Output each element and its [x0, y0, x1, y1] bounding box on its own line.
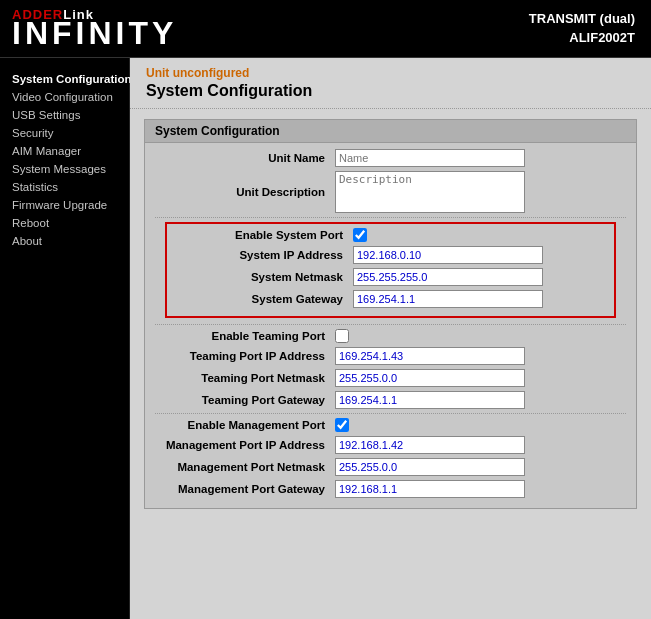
sidebar-item-statistics[interactable]: Statistics [12, 178, 129, 196]
management-gateway-row: Management Port Gateway [155, 480, 626, 498]
teaming-gateway-row: Teaming Port Gateway [155, 391, 626, 409]
management-ip-row: Management Port IP Address [155, 436, 626, 454]
sidebar-item-firmware-upgrade[interactable]: Firmware Upgrade [12, 196, 129, 214]
form-section-title: System Configuration [145, 120, 636, 143]
system-ip-input[interactable] [353, 246, 543, 264]
page-title: System Configuration [146, 82, 635, 100]
management-netmask-row: Management Port Netmask [155, 458, 626, 476]
teaming-ip-input[interactable] [335, 347, 525, 365]
divider-2 [155, 324, 626, 325]
sidebar: System Configuration Video Configuration… [0, 58, 130, 619]
enable-system-port-row: Enable System Port [173, 228, 608, 242]
management-ip-input[interactable] [335, 436, 525, 454]
divider-3 [155, 413, 626, 414]
management-netmask-label: Management Port Netmask [155, 461, 335, 473]
enable-system-port-label: Enable System Port [173, 229, 353, 241]
teaming-ip-row: Teaming Port IP Address [155, 347, 626, 365]
unit-name-label: Unit Name [155, 152, 335, 164]
system-config-form-section: System Configuration Unit Name Unit Desc… [144, 119, 637, 509]
sidebar-item-usb-settings[interactable]: USB Settings [12, 106, 129, 124]
infinity-logo: INFINITY [12, 17, 177, 49]
enable-teaming-row: Enable Teaming Port [155, 329, 626, 343]
logo: ADDERLink INFINITY [12, 8, 177, 49]
management-ip-label: Management Port IP Address [155, 439, 335, 451]
system-port-highlight-box: Enable System Port System IP Address Sys… [165, 222, 616, 318]
sidebar-item-system-messages[interactable]: System Messages [12, 160, 129, 178]
form-body: Unit Name Unit Description Enable System… [145, 143, 636, 508]
sidebar-item-aim-manager[interactable]: AIM Manager [12, 142, 129, 160]
unit-description-row: Unit Description [155, 171, 626, 213]
device-info: TRANSMIT (dual) ALIF2002T [529, 10, 635, 46]
content-area: Unit unconfigured System Configuration S… [130, 58, 651, 619]
system-netmask-row: System Netmask [173, 268, 608, 286]
system-netmask-input[interactable] [353, 268, 543, 286]
sidebar-item-security[interactable]: Security [12, 124, 129, 142]
system-ip-label: System IP Address [173, 249, 353, 261]
sidebar-item-about[interactable]: About [12, 232, 129, 250]
system-ip-row: System IP Address [173, 246, 608, 264]
unit-name-row: Unit Name [155, 149, 626, 167]
enable-teaming-checkbox[interactable] [335, 329, 349, 343]
system-netmask-label: System Netmask [173, 271, 353, 283]
enable-management-checkbox[interactable] [335, 418, 349, 432]
sidebar-item-video-configuration[interactable]: Video Configuration [12, 88, 129, 106]
enable-management-row: Enable Management Port [155, 418, 626, 432]
divider-1 [155, 217, 626, 218]
teaming-gateway-input[interactable] [335, 391, 525, 409]
system-gateway-input[interactable] [353, 290, 543, 308]
system-gateway-label: System Gateway [173, 293, 353, 305]
page-header: Unit unconfigured System Configuration [130, 58, 651, 109]
system-gateway-row: System Gateway [173, 290, 608, 308]
teaming-netmask-row: Teaming Port Netmask [155, 369, 626, 387]
enable-system-port-checkbox[interactable] [353, 228, 367, 242]
header: ADDERLink INFINITY TRANSMIT (dual) ALIF2… [0, 0, 651, 58]
management-gateway-label: Management Port Gateway [155, 483, 335, 495]
unit-description-label: Unit Description [155, 186, 335, 198]
page-status: Unit unconfigured [146, 66, 635, 80]
teaming-netmask-label: Teaming Port Netmask [155, 372, 335, 384]
unit-description-input[interactable] [335, 171, 525, 213]
main-layout: System Configuration Video Configuration… [0, 58, 651, 619]
sidebar-item-reboot[interactable]: Reboot [12, 214, 129, 232]
device-line2: ALIF2002T [529, 29, 635, 47]
sidebar-item-system-configuration[interactable]: System Configuration [12, 70, 129, 88]
unit-name-input[interactable] [335, 149, 525, 167]
device-line1: TRANSMIT (dual) [529, 10, 635, 28]
management-netmask-input[interactable] [335, 458, 525, 476]
teaming-netmask-input[interactable] [335, 369, 525, 387]
enable-teaming-label: Enable Teaming Port [155, 330, 335, 342]
enable-management-label: Enable Management Port [155, 419, 335, 431]
management-gateway-input[interactable] [335, 480, 525, 498]
teaming-ip-label: Teaming Port IP Address [155, 350, 335, 362]
teaming-gateway-label: Teaming Port Gateway [155, 394, 335, 406]
